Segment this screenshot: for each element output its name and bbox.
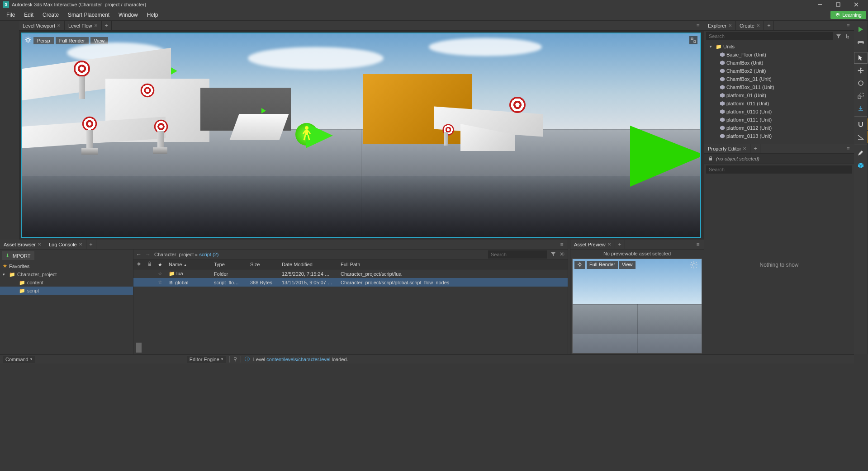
col-type[interactable]: Type: [211, 260, 247, 269]
close-icon[interactable]: ✕: [607, 242, 611, 247]
tree-item[interactable]: platform_0113 (Unit): [704, 132, 854, 140]
maximize-viewport-icon[interactable]: [689, 36, 697, 44]
filter-icon[interactable]: [835, 32, 843, 40]
paint-tool[interactable]: [854, 147, 868, 159]
col-name[interactable]: Name ▲: [166, 260, 211, 269]
snap-tool[interactable]: [854, 118, 868, 130]
col-date[interactable]: Date Modified: [279, 260, 338, 269]
close-icon[interactable]: ✕: [728, 23, 732, 28]
tree-item[interactable]: ChamfBox (Unit): [704, 59, 854, 67]
tab-asset-browser[interactable]: Asset Browser✕: [0, 240, 45, 249]
place-tool[interactable]: [854, 103, 868, 114]
tab-asset-preview[interactable]: Asset Preview✕: [570, 240, 615, 249]
panel-menu-icon[interactable]: ≡: [844, 144, 852, 153]
rotate-tool[interactable]: [854, 77, 868, 89]
chevron-down-icon[interactable]: ▾: [3, 272, 7, 277]
menu-smart-placement[interactable]: Smart Placement: [63, 10, 114, 20]
project-folder-script[interactable]: 📁 script: [0, 287, 133, 295]
preview-render-label[interactable]: Full Render: [587, 261, 618, 269]
close-icon[interactable]: ✕: [743, 146, 746, 151]
menu-edit[interactable]: Edit: [19, 10, 38, 20]
add-tab-button[interactable]: ＋: [102, 21, 112, 30]
table-row[interactable]: ☆ 📁 lua Folder 12/5/2020, 7:15:24 … Char…: [133, 269, 568, 278]
add-tab-button[interactable]: ＋: [764, 21, 774, 30]
viewport-camera-label[interactable]: Persp: [33, 37, 54, 44]
tree-item[interactable]: platform_0111 (Unit): [704, 116, 854, 124]
hierarchy-icon[interactable]: [844, 32, 852, 40]
col-size[interactable]: Size: [247, 260, 279, 269]
tab-property-editor[interactable]: Property Editor✕: [704, 144, 750, 153]
tree-item[interactable]: platform_011 (Unit): [704, 99, 854, 108]
tab-level-viewport[interactable]: Level Viewport ✕: [19, 21, 65, 30]
scale-tool[interactable]: [854, 90, 868, 102]
gear-icon[interactable]: [574, 261, 585, 269]
close-icon[interactable]: ✕: [756, 23, 760, 28]
sun-icon[interactable]: [690, 261, 698, 270]
tree-item[interactable]: Basic_Floor (Unit): [704, 51, 854, 59]
asset-search-input[interactable]: [488, 250, 547, 259]
tree-item[interactable]: ChamfBox2 (Unit): [704, 67, 854, 75]
gear-icon[interactable]: [24, 36, 32, 45]
back-button[interactable]: ←: [136, 251, 142, 258]
menu-create[interactable]: Create: [38, 10, 63, 20]
add-tab-button[interactable]: ＋: [86, 240, 96, 249]
col-visibility[interactable]: [133, 260, 144, 269]
unit-tool[interactable]: [854, 160, 868, 171]
filter-icon[interactable]: [550, 251, 556, 258]
tree-item[interactable]: platform_0110 (Unit): [704, 108, 854, 116]
test-game-button[interactable]: [854, 36, 868, 48]
table-row[interactable]: ☆ 🗎 global script_flo… 388 Bytes 13/11/2…: [133, 278, 568, 287]
maximize-button[interactable]: [829, 0, 847, 9]
level-viewport[interactable]: Persp Full Render View: [21, 33, 701, 238]
tab-log-console[interactable]: Log Console✕: [45, 240, 86, 249]
snap-angle-tool[interactable]: [854, 131, 868, 143]
close-icon[interactable]: ✕: [79, 242, 82, 247]
play-button[interactable]: [854, 24, 868, 35]
engine-dropdown[interactable]: Editor Engine ▾: [187, 356, 226, 363]
thumbnail-size-slider[interactable]: [133, 341, 568, 354]
close-icon[interactable]: ✕: [57, 23, 61, 28]
forward-button[interactable]: →: [145, 251, 151, 258]
project-folder-content[interactable]: 📁 content: [0, 278, 133, 287]
project-root[interactable]: ▾ 📁 Character_project: [0, 270, 133, 278]
panel-menu-icon[interactable]: ≡: [558, 240, 566, 249]
add-tab-button[interactable]: ＋: [750, 144, 760, 153]
tree-item[interactable]: ChamfBox_01 (Unit): [704, 75, 854, 83]
panel-menu-icon[interactable]: ≡: [844, 21, 852, 30]
preview-viewport[interactable]: Full Render View: [572, 259, 702, 353]
tab-level-flow[interactable]: Level Flow ✕: [65, 21, 102, 30]
close-icon[interactable]: ✕: [94, 23, 98, 28]
close-button[interactable]: [847, 0, 865, 9]
breadcrumb[interactable]: Character_project ▸ script (2): [154, 252, 484, 258]
tree-item[interactable]: ChamfBox_011 (Unit): [704, 83, 854, 91]
menu-window[interactable]: Window: [114, 10, 142, 20]
menu-help[interactable]: Help: [142, 10, 163, 20]
viewport-render-label[interactable]: Full Render: [56, 37, 89, 44]
tab-create[interactable]: Create✕: [736, 21, 764, 30]
preview-view-label[interactable]: View: [619, 261, 636, 269]
property-search-input[interactable]: [706, 165, 852, 174]
explorer-search-input[interactable]: [706, 32, 833, 40]
minimize-button[interactable]: [811, 0, 829, 9]
tree-root-units[interactable]: ▾ 📁 Units: [704, 42, 854, 51]
learning-button[interactable]: Learning: [830, 11, 866, 19]
panel-menu-icon[interactable]: ≡: [694, 240, 702, 249]
panel-menu-icon[interactable]: ≡: [694, 21, 702, 30]
col-lock[interactable]: [144, 260, 155, 269]
import-button[interactable]: ⬇ IMPORT: [2, 251, 34, 260]
tree-item[interactable]: platform_01 (Unit): [704, 91, 854, 99]
col-fav[interactable]: ★: [155, 260, 166, 269]
chevron-down-icon[interactable]: ▾: [710, 44, 714, 49]
close-icon[interactable]: ✕: [38, 242, 41, 247]
gear-icon[interactable]: [560, 251, 565, 258]
col-path[interactable]: Full Path: [338, 260, 568, 269]
pin-icon[interactable]: ⚲: [233, 356, 237, 362]
lock-icon[interactable]: [708, 155, 713, 162]
tree-item[interactable]: platform_0112 (Unit): [704, 124, 854, 132]
command-dropdown[interactable]: Command ▾: [3, 356, 35, 363]
move-tool[interactable]: [854, 65, 868, 76]
add-tab-button[interactable]: ＋: [615, 240, 625, 249]
favorites-row[interactable]: ★ Favorites: [0, 262, 133, 270]
menu-file[interactable]: File: [2, 10, 19, 20]
tab-explorer[interactable]: Explorer✕: [704, 21, 736, 30]
